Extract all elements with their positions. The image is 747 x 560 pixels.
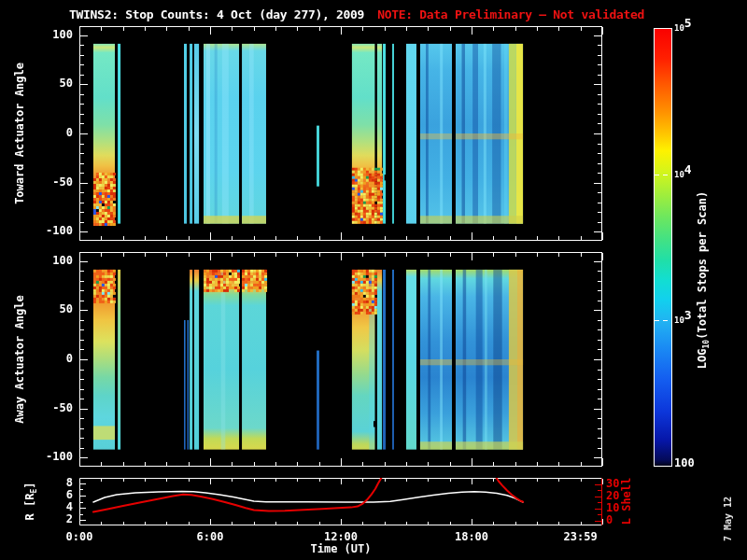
x-tick-label: 0:00 [48,530,111,543]
colorbar-tick-label: 105 [674,20,692,34]
y-tick-label: 100 [26,28,73,41]
colorbar-tick-base: 10 [674,315,684,325]
colorbar-tick-base: 10 [674,170,684,179]
r-tick-label: 6 [26,488,73,501]
y-axis-label-toward: Toward Actuator Angle [13,63,27,204]
x-tick-label: 6:00 [178,530,242,543]
r-tick-label: 4 [26,500,73,513]
lshell-tick-label: 20 [606,489,634,502]
colorbar-label-pre: LOG [696,348,709,369]
plot-root: TWINS2: Stop Counts: 4 Oct (day 277), 20… [0,0,747,560]
y-axis-label-away: Away Actuator Angle [13,295,27,423]
date-stamp: 7 May 12 [723,497,733,541]
colorbar-label-sub: 10 [702,340,711,349]
x-axis-label: Time (UT) [247,542,434,556]
y-tick-label: 100 [26,254,73,267]
plot-title-note: NOTE: Data Preliminary – Not validated [377,7,644,21]
lshell-tick-label: 10 [606,501,634,514]
colorbar-tick-exponent: 5 [684,16,692,30]
colorbar-label: LOG10(Total Stops per Scan) [696,191,711,369]
y-tick-label: -100 [26,224,73,237]
lshell-tick-label: 30 [606,477,634,490]
colorbar-tick-label: 104 [674,166,692,180]
y-tick-label: 0 [26,352,73,365]
y-tick-label: 50 [26,302,73,315]
lshell-tick-label: 0 [606,513,634,526]
y-tick-label: -50 [26,401,73,414]
y-tick-label: 0 [26,126,73,139]
y-tick-label: 50 [26,77,73,90]
colorbar-bottom-tick-label: 100 [674,456,695,470]
colorbar-tick-base: 10 [674,23,684,33]
x-tick-label: 23:59 [549,530,613,543]
x-tick-label: 18:00 [440,530,503,543]
r-tick-label: 2 [26,512,73,525]
r-tick-label: 8 [26,476,73,489]
plot-title-main: TWINS2: Stop Counts: 4 Oct (day 277), 20… [69,7,364,21]
colorbar-label-post: (Total Stops per Scan) [696,191,709,340]
x-tick-label: 12:00 [309,530,373,543]
y-tick-label: -100 [26,450,73,463]
colorbar-tick-label: 103 [674,312,692,326]
y-tick-label: -50 [26,175,73,189]
colorbar-tick-exponent: 3 [684,308,692,322]
colorbar-tick-exponent: 4 [684,162,692,176]
spectrogram-canvas [0,0,747,560]
plot-title: TWINS2: Stop Counts: 4 Oct (day 277), 20… [69,7,644,21]
